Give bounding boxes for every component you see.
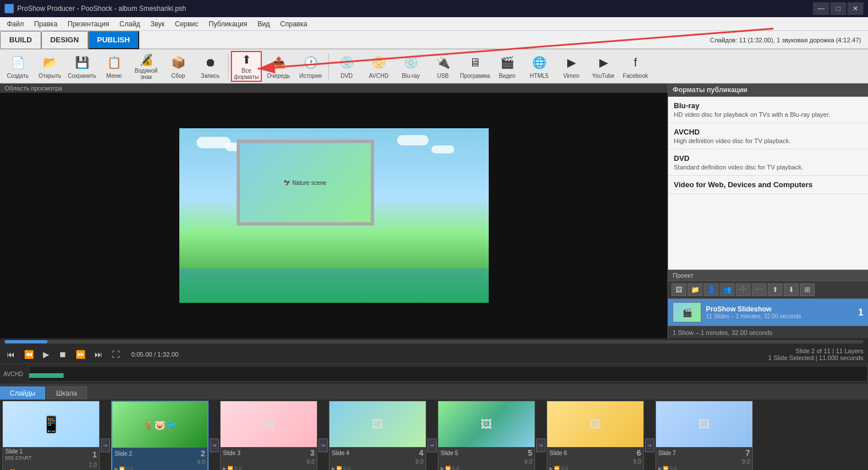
proj-btn-4[interactable]: 👥	[720, 283, 735, 296]
play-button[interactable]: ▶	[41, 349, 52, 360]
slide-play-5[interactable]: ▶	[441, 466, 444, 471]
slide-transition-5[interactable]: ⇒	[536, 401, 546, 470]
menu-item-вид[interactable]: Вид	[253, 18, 274, 30]
slide-skip-7[interactable]: ⏩	[663, 466, 669, 471]
slide-item-5[interactable]: 🖼 Slide 5 5 9.0 ▶ ⏩ 0.0	[438, 401, 535, 470]
toolbar-btn-youtube[interactable]: ▶YouTube	[588, 51, 619, 82]
toolbar-btn-dvd[interactable]: 💿DVD	[331, 51, 362, 82]
toolbar-separator	[328, 54, 329, 79]
usb-icon: 🔌	[434, 53, 452, 72]
slide-number-3: 3	[310, 448, 315, 457]
menu-item-файл[interactable]: Файл	[2, 18, 29, 30]
slide-skip-6[interactable]: ⏩	[554, 466, 560, 471]
toolbar-btn-vimeo[interactable]: ▶Vimeo	[556, 51, 587, 82]
slide-skip-2[interactable]: ⏩	[119, 467, 125, 471]
slide-play-2[interactable]: ▶	[115, 467, 118, 471]
proj-btn-2[interactable]: 📁	[688, 283, 702, 296]
toolbar-btn-watermark[interactable]: 🔏Водяной знак	[131, 51, 162, 82]
slide-item-3[interactable]: 🖼 Slide 3 3 9.0 ▶ ⏩ 0.0	[220, 401, 317, 470]
toolbar-btn-bluray[interactable]: 💿Blu-ray	[395, 51, 426, 82]
toolbar-btn-save[interactable]: 💾Сохранить	[66, 51, 97, 82]
menu-item-правка[interactable]: Правка	[30, 18, 62, 30]
slide-transition-3[interactable]: ⇒	[318, 401, 328, 470]
menu-item-презентация[interactable]: Презентация	[63, 18, 114, 30]
slide-thumb-6: 🖼	[547, 401, 643, 447]
slide-skip-5[interactable]: ⏩	[445, 466, 451, 471]
timeline-track[interactable]	[29, 366, 868, 382]
format-item-dvd[interactable]: DVDStandard definition video disc for TV…	[668, 149, 868, 176]
slide-transition-6[interactable]: ⇒	[645, 401, 655, 470]
toolbar-btn-video[interactable]: 🎬Видео	[492, 51, 523, 82]
preview-video: 🦅 Nature scene 🦌 🐦 🐷	[0, 93, 667, 338]
slide-item-4[interactable]: 🖼 Slide 4 4 9.0 ▶ ⏩ 0.0	[329, 401, 426, 470]
project-toolbar: 🖼 📁 👤 👥 ➕ ➖ ⬆ ⬇ ⊞	[668, 281, 868, 299]
proj-btn-remove[interactable]: ➖	[752, 283, 767, 296]
slide-item-2[interactable]: 🦌🐷🐦 Slide 2 2 9.0 ▶ ⏩ 0.0	[111, 401, 209, 470]
avchd-icon: 📀	[370, 53, 388, 72]
fullscreen-button[interactable]: ⛶	[109, 349, 122, 360]
proj-btn-down[interactable]: ⬇	[784, 283, 799, 296]
design-tab[interactable]: DESIGN	[41, 31, 88, 49]
project-item[interactable]: 🎬 ProShow Slideshow 11 Slides – 1 minute…	[668, 299, 868, 326]
next-frame-button[interactable]: ⏩	[73, 349, 88, 360]
slide-number-7: 7	[745, 448, 750, 457]
proj-btn-3[interactable]: 👤	[704, 283, 718, 296]
proj-btn-1[interactable]: 🖼	[671, 283, 686, 296]
slide-play-6[interactable]: ▶	[549, 466, 553, 471]
maximize-button[interactable]: □	[830, 2, 846, 15]
proj-btn-grid[interactable]: ⊞	[800, 283, 815, 296]
toolbar-btn-history[interactable]: 🕐История	[295, 51, 326, 82]
slides-tab[interactable]: Слайды	[0, 386, 45, 400]
format-item-blu-ray[interactable]: Blu-rayHD video disc for playback on TVs…	[668, 97, 868, 123]
program-icon: 🖥	[466, 53, 484, 72]
skip-start-button[interactable]: ⏮	[5, 349, 17, 360]
progress-bar-area[interactable]	[0, 338, 868, 345]
toolbar-btn-queue[interactable]: 📤Очередь	[263, 51, 294, 82]
toolbar-btn-usb[interactable]: 🔌USB	[427, 51, 458, 82]
slide-transition-1[interactable]: ⇒	[100, 401, 111, 470]
slide-item-1[interactable]: 📱 Slide 1555 START 1 2.0 ▶ ⏩ 0.0	[2, 401, 100, 470]
toolbar-btn-facebook[interactable]: fFacebook	[620, 51, 651, 82]
menu-item-публикация[interactable]: Публикация	[204, 18, 252, 30]
slide-duration-6: 9.0	[547, 459, 643, 465]
menu-item-сервис[interactable]: Сервис	[170, 18, 203, 30]
skip-end-button[interactable]: ⏭	[92, 349, 105, 360]
slide-play-7[interactable]: ▶	[658, 466, 662, 471]
menu-item-справка[interactable]: Справка	[276, 18, 312, 30]
format-item-avchd[interactable]: AVCHDHigh definition video disc for TV p…	[668, 123, 868, 149]
toolbar-btn-program[interactable]: 🖥Программа	[459, 51, 490, 82]
toolbar-btn-record[interactable]: ⏺Запись	[195, 51, 226, 82]
format-item-video-for-web,-devices-and-computers[interactable]: Video for Web, Devices and Computers	[668, 176, 868, 194]
publish-tab[interactable]: PUBLISH	[88, 31, 139, 49]
slide-play-4[interactable]: ▶	[332, 466, 335, 471]
proj-btn-up[interactable]: ⬆	[768, 283, 783, 296]
toolbar-btn-allformats[interactable]: ⬆Все форматы	[231, 51, 262, 82]
stop-button[interactable]: ⏹	[56, 349, 69, 360]
slide-info: Slide 2 of 11 | 11 Layers 1 Slide Select…	[768, 347, 863, 361]
menu-item-звук[interactable]: Звук	[146, 18, 170, 30]
slide-item-7[interactable]: 🖼 Slide 7 7 9.0 ▶ ⏩ 0.0	[655, 401, 753, 470]
slide-item-6[interactable]: 🖼 Slide 6 6 9.0 ▶ ⏩ 0.0	[547, 401, 644, 470]
toolbar-btn-open[interactable]: 📂Открыть	[34, 51, 65, 82]
prev-frame-button[interactable]: ⏪	[22, 349, 36, 360]
toolbar-btn-html5[interactable]: 🌐HTML5	[524, 51, 555, 82]
slide-skip-4[interactable]: ⏩	[336, 466, 342, 471]
slide-play-3[interactable]: ▶	[223, 466, 226, 471]
toolbar-btn-avchd[interactable]: 📀AVCHD	[363, 51, 394, 82]
minimize-button[interactable]: —	[813, 2, 829, 15]
bluray-icon: 💿	[402, 53, 420, 72]
slide-transition-2[interactable]: ⇒	[209, 401, 219, 470]
watermark-icon: 🔏	[137, 53, 155, 66]
scale-tab[interactable]: Шкала	[46, 386, 87, 400]
toolbar-btn-collect[interactable]: 📦Сбор	[163, 51, 194, 82]
toolbar-btn-menu[interactable]: 📋Меню	[99, 51, 129, 82]
slide-transition-4[interactable]: ⇒	[427, 401, 437, 470]
close-button[interactable]: ✕	[847, 2, 863, 15]
slide-skip-3[interactable]: ⏩	[227, 466, 233, 471]
proj-btn-add[interactable]: ➕	[736, 283, 751, 296]
menu-item-слайд[interactable]: Слайд	[115, 18, 145, 30]
slide-info-selected: 1 Slide Selected | 11.000 seconds	[768, 354, 863, 361]
build-tab[interactable]: BUILD	[0, 31, 41, 49]
progress-track[interactable]	[5, 340, 863, 343]
toolbar-btn-create[interactable]: 📄Создать	[2, 51, 33, 82]
